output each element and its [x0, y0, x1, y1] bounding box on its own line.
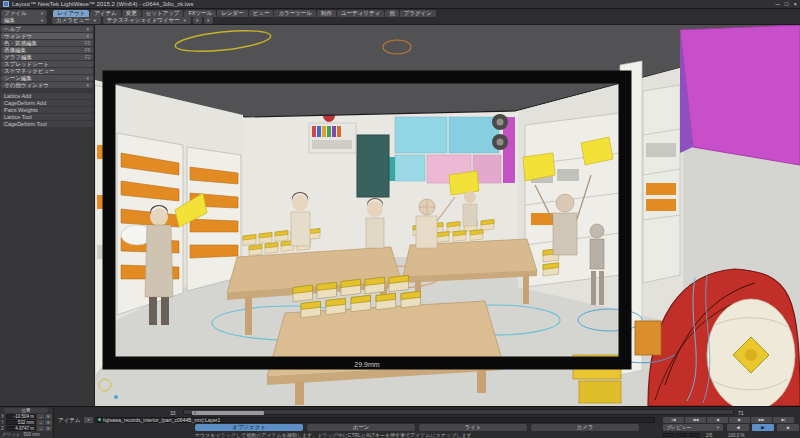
left-toolbar: ヘルプ ▼ ウィンドウ ▼ 色・質感編集 F5 画像編集 F6 グラフ編集 F2…	[0, 25, 95, 406]
preview-label: プレビュー	[666, 424, 691, 430]
window-menu-label: ウィンドウ	[4, 33, 32, 40]
viewport-option-button-1[interactable]: ▼	[193, 17, 202, 24]
viewport-option-button-2[interactable]: ▼	[204, 17, 213, 24]
mini-slider-icon[interactable]: ↔	[37, 420, 44, 425]
status-fraction: 2/5	[706, 433, 712, 438]
file-menu-button[interactable]: ファイル ▼	[1, 10, 47, 17]
envelope-button[interactable]: E	[45, 420, 52, 425]
tab-colortools[interactable]: カラーツール	[274, 10, 316, 17]
sidebar-item-label: Paint Weights	[4, 107, 38, 113]
object-dot-icon	[98, 418, 101, 421]
close-button[interactable]: ×	[793, 0, 797, 8]
item-dropdown-arrow[interactable]: ▼	[84, 417, 93, 423]
app-icon	[3, 1, 9, 7]
axis-label: Z	[1, 426, 5, 431]
shortcut-key: F5	[85, 41, 90, 46]
preview-stop-button[interactable]: ■	[777, 424, 799, 431]
preview-step-back-button[interactable]: ◀	[727, 424, 749, 431]
sidebar-item-label: スケマチックビュー	[4, 68, 55, 75]
tab-utilities[interactable]: ユーティリティ	[337, 10, 384, 17]
tab-plugins[interactable]: プラグイン	[400, 10, 436, 17]
mode-lights-button[interactable]: ライト	[419, 424, 527, 431]
sidebar-item-scene-editor[interactable]: シーン編集 ▼	[1, 75, 93, 81]
viewport-view-label: カメラビュー	[56, 17, 90, 24]
item-select[interactable]: fujisawa_records_interior_(part_c0644B_m…	[95, 417, 655, 423]
window-menu-button[interactable]: ウィンドウ ▼	[1, 33, 93, 39]
help-menu-label: ヘルプ	[4, 26, 21, 33]
status-help-text: マウスをドラッグして複数のアイテムを移動します。ドラッグ中にCTRLとALTキー…	[195, 432, 472, 438]
tab-production[interactable]: 制作	[317, 10, 336, 17]
frame-option-fields	[663, 433, 700, 438]
sidebar-item-lattice-tool[interactable]: Lattice Tool	[1, 114, 93, 120]
preview-play-button[interactable]: ▶	[752, 424, 774, 431]
axis-value-x[interactable]: -10.504 m	[6, 414, 36, 419]
preview-menu-button[interactable]: プレビュー ▼	[663, 424, 723, 431]
mode-objects-button[interactable]: オブジェクト	[195, 424, 303, 431]
fast-forward-button[interactable]: ▶▶	[751, 417, 772, 423]
mini-slider-icon[interactable]: ↔	[37, 426, 44, 431]
go-to-start-button[interactable]: |◀	[663, 417, 684, 423]
grid-label: グリッド	[2, 432, 20, 437]
tab-layout[interactable]: レイアウト	[53, 10, 89, 17]
play-reverse-button[interactable]: ◀	[707, 417, 728, 423]
tab-other[interactable]: 他	[385, 10, 399, 17]
viewport-3d[interactable]: 29.9mm	[95, 25, 800, 406]
sidebar-item-other-windows[interactable]: その他ウィンドウ ▼	[1, 82, 93, 88]
axis-value-z[interactable]: 4.9747 m	[6, 426, 36, 431]
go-to-end-button[interactable]: ▶|	[773, 417, 794, 423]
edit-menu-button[interactable]: 編集 ▼	[1, 17, 47, 24]
mode-bones-button[interactable]: ボーン	[307, 424, 415, 431]
timeline-track[interactable]: 0	[183, 409, 734, 415]
maximize-button[interactable]: □	[785, 0, 789, 8]
help-menu-button[interactable]: ヘルプ ▼	[1, 26, 93, 32]
tab-render[interactable]: レンダー	[217, 10, 247, 17]
grid-value: 500 mm	[23, 432, 39, 437]
sidebar-item-cagedeform-add[interactable]: CageDeform Add	[1, 100, 93, 106]
sidebar-item-spreadsheet[interactable]: スプレッドシート	[1, 61, 93, 67]
tab-fxtools[interactable]: FXツール	[184, 10, 216, 17]
tab-items[interactable]: アイテム	[90, 10, 121, 17]
sidebar-item-graph-editor[interactable]: グラフ編集 F2	[1, 54, 93, 60]
tab-setup[interactable]: セットアップ	[142, 10, 184, 17]
transport-controls: |◀ ◀◀ ◀ ▶ ▶▶ ▶|	[663, 417, 794, 423]
play-button[interactable]: ▶	[729, 417, 750, 423]
sidebar-item-image-editor[interactable]: 画像編集 F6	[1, 47, 93, 53]
sidebar-item-paint-weights[interactable]: Paint Weights	[1, 107, 93, 113]
tab-row: ファイル ▼ レイアウト アイテム 変更 セットアップ FXツール レンダー ビ…	[0, 9, 800, 17]
timeline-handle[interactable]: 0	[192, 411, 264, 415]
chevron-down-icon: ▼	[40, 18, 44, 23]
axis-value-y[interactable]: 532 mm	[6, 420, 36, 425]
chevron-down-icon: ▼	[86, 27, 90, 32]
frame-option-field[interactable]	[676, 433, 687, 438]
title-bar: Layout™ NewTek LightWave™ 2015.2 (Win64)…	[0, 0, 800, 9]
viewport-style-select[interactable]: テクスチャシェイドワイヤー ▼	[103, 17, 191, 24]
chevron-down-icon: ▼	[716, 425, 720, 430]
sidebar-item-label: CageDeform Tool	[4, 121, 47, 127]
frame-option-field[interactable]	[663, 433, 674, 438]
window-title: Layout™ NewTek LightWave™ 2015.2 (Win64)…	[12, 1, 194, 7]
envelope-button[interactable]: E	[45, 426, 52, 431]
selection-mode-row: オブジェクト ボーン ライト カメラ	[195, 424, 639, 431]
envelope-button[interactable]: E	[45, 414, 52, 419]
sidebar-item-lattice-add[interactable]: Lattice Add	[1, 93, 93, 99]
frame-option-field[interactable]	[689, 433, 700, 438]
preview-controls: ◀ ▶ ■	[727, 424, 799, 431]
tab-modify[interactable]: 変更	[122, 10, 141, 17]
mini-slider-icon[interactable]: ↔	[37, 414, 44, 419]
sidebar-item-cagedeform-tool[interactable]: CageDeform Tool	[1, 121, 93, 127]
tab-view[interactable]: ビュー	[249, 10, 274, 17]
axis-label: Y	[1, 420, 5, 425]
sidebar-item-schematic-view[interactable]: スケマチックビュー	[1, 68, 93, 74]
chevron-down-icon: ▼	[183, 18, 187, 23]
sidebar-item-label: グラフ編集	[4, 54, 32, 61]
minimize-button[interactable]: ─	[776, 0, 780, 8]
shortcut-key: F6	[85, 48, 90, 53]
sidebar-item-surface-editor[interactable]: 色・質感編集 F5	[1, 40, 93, 46]
sidebar-item-label: Lattice Tool	[4, 114, 32, 120]
sidebar-item-label: Lattice Add	[4, 93, 31, 99]
scene-magenta-panel	[680, 25, 800, 165]
viewport-view-select[interactable]: カメラビュー ▼	[52, 17, 101, 24]
chevron-down-icon: ▼	[86, 76, 90, 81]
mode-cameras-button[interactable]: カメラ	[531, 424, 639, 431]
rewind-button[interactable]: ◀◀	[685, 417, 706, 423]
